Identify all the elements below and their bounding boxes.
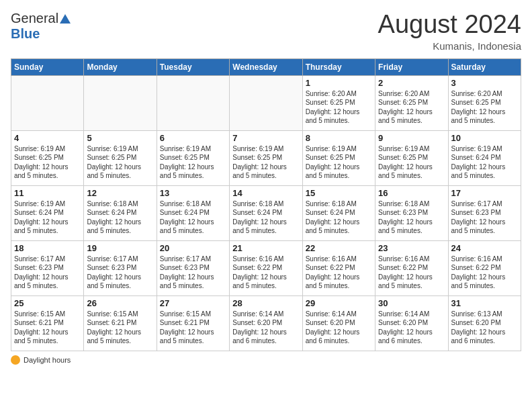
- day-number: 28: [232, 298, 299, 308]
- table-row: 7Sunrise: 6:19 AM Sunset: 6:25 PM Daylig…: [230, 130, 302, 185]
- table-row: 1Sunrise: 6:20 AM Sunset: 6:25 PM Daylig…: [302, 75, 375, 130]
- day-number: 12: [87, 188, 153, 198]
- header-friday: Friday: [375, 58, 448, 75]
- day-number: 30: [378, 298, 445, 308]
- table-row: 2Sunrise: 6:20 AM Sunset: 6:25 PM Daylig…: [375, 75, 448, 130]
- table-row: 26Sunrise: 6:15 AM Sunset: 6:21 PM Dayli…: [84, 295, 157, 351]
- day-number: 1: [306, 78, 372, 88]
- table-row: 4Sunrise: 6:19 AM Sunset: 6:25 PM Daylig…: [11, 130, 84, 185]
- day-number: 20: [160, 243, 226, 253]
- day-info: Sunrise: 6:16 AM Sunset: 6:22 PM Dayligh…: [378, 255, 445, 291]
- day-number: 2: [378, 78, 445, 88]
- day-info: Sunrise: 6:19 AM Sunset: 6:25 PM Dayligh…: [160, 144, 226, 181]
- table-row: 15Sunrise: 6:18 AM Sunset: 6:24 PM Dayli…: [302, 185, 375, 240]
- table-row: 18Sunrise: 6:17 AM Sunset: 6:23 PM Dayli…: [11, 240, 84, 295]
- footer-label: Daylight hours: [24, 356, 71, 364]
- day-info: Sunrise: 6:16 AM Sunset: 6:22 PM Dayligh…: [306, 255, 372, 291]
- day-info: Sunrise: 6:19 AM Sunset: 6:25 PM Dayligh…: [14, 144, 81, 181]
- table-row: 12Sunrise: 6:18 AM Sunset: 6:24 PM Dayli…: [84, 185, 157, 240]
- day-info: Sunrise: 6:19 AM Sunset: 6:25 PM Dayligh…: [306, 144, 372, 181]
- day-number: 5: [87, 133, 153, 143]
- day-number: 7: [232, 133, 299, 143]
- day-number: 19: [87, 243, 153, 253]
- title-block: August 2024 Kumanis, Indonesia: [378, 11, 521, 52]
- table-row: 28Sunrise: 6:14 AM Sunset: 6:20 PM Dayli…: [230, 295, 302, 351]
- calendar-week-row: 4Sunrise: 6:19 AM Sunset: 6:25 PM Daylig…: [11, 130, 521, 185]
- day-info: Sunrise: 6:19 AM Sunset: 6:25 PM Dayligh…: [232, 144, 299, 181]
- day-info: Sunrise: 6:18 AM Sunset: 6:24 PM Dayligh…: [232, 199, 299, 236]
- day-number: 16: [378, 188, 445, 198]
- day-info: Sunrise: 6:16 AM Sunset: 6:22 PM Dayligh…: [451, 255, 518, 291]
- table-row: 16Sunrise: 6:18 AM Sunset: 6:23 PM Dayli…: [375, 185, 448, 240]
- table-row: 3Sunrise: 6:20 AM Sunset: 6:25 PM Daylig…: [448, 75, 521, 130]
- header-tuesday: Tuesday: [157, 58, 229, 75]
- header-sunday: Sunday: [11, 58, 84, 75]
- table-row: 24Sunrise: 6:16 AM Sunset: 6:22 PM Dayli…: [448, 240, 521, 295]
- logo-triangle-icon: [60, 13, 71, 25]
- calendar: Sunday Monday Tuesday Wednesday Thursday…: [11, 58, 521, 351]
- table-row: 31Sunrise: 6:13 AM Sunset: 6:20 PM Dayli…: [448, 295, 521, 351]
- table-row: 29Sunrise: 6:14 AM Sunset: 6:20 PM Dayli…: [302, 295, 375, 351]
- table-row: [157, 75, 229, 130]
- header-thursday: Thursday: [302, 58, 375, 75]
- header-saturday: Saturday: [448, 58, 521, 75]
- table-row: 25Sunrise: 6:15 AM Sunset: 6:21 PM Dayli…: [11, 295, 84, 351]
- logo-blue-text: Blue: [11, 26, 40, 42]
- day-info: Sunrise: 6:17 AM Sunset: 6:23 PM Dayligh…: [87, 255, 153, 291]
- day-info: Sunrise: 6:14 AM Sunset: 6:20 PM Dayligh…: [232, 310, 299, 346]
- day-info: Sunrise: 6:18 AM Sunset: 6:23 PM Dayligh…: [378, 199, 445, 236]
- day-number: 4: [14, 133, 81, 143]
- day-info: Sunrise: 6:20 AM Sunset: 6:25 PM Dayligh…: [378, 89, 445, 126]
- day-info: Sunrise: 6:14 AM Sunset: 6:20 PM Dayligh…: [378, 310, 445, 346]
- table-row: [230, 75, 302, 130]
- table-row: 17Sunrise: 6:17 AM Sunset: 6:23 PM Dayli…: [448, 185, 521, 240]
- day-info: Sunrise: 6:18 AM Sunset: 6:24 PM Dayligh…: [160, 199, 226, 236]
- day-number: 26: [87, 298, 153, 308]
- day-info: Sunrise: 6:15 AM Sunset: 6:21 PM Dayligh…: [160, 310, 226, 346]
- day-info: Sunrise: 6:14 AM Sunset: 6:20 PM Dayligh…: [306, 310, 372, 346]
- day-number: 22: [306, 243, 372, 253]
- calendar-week-row: 11Sunrise: 6:19 AM Sunset: 6:24 PM Dayli…: [11, 185, 521, 240]
- day-info: Sunrise: 6:17 AM Sunset: 6:23 PM Dayligh…: [160, 255, 226, 291]
- day-number: 25: [14, 298, 81, 308]
- table-row: 14Sunrise: 6:18 AM Sunset: 6:24 PM Dayli…: [230, 185, 302, 240]
- day-info: Sunrise: 6:19 AM Sunset: 6:24 PM Dayligh…: [451, 144, 518, 181]
- table-row: 23Sunrise: 6:16 AM Sunset: 6:22 PM Dayli…: [375, 240, 448, 295]
- day-number: 11: [14, 188, 81, 198]
- table-row: 10Sunrise: 6:19 AM Sunset: 6:24 PM Dayli…: [448, 130, 521, 185]
- day-info: Sunrise: 6:17 AM Sunset: 6:23 PM Dayligh…: [14, 255, 81, 291]
- day-number: 27: [160, 298, 226, 308]
- day-number: 6: [160, 133, 226, 143]
- day-number: 13: [160, 188, 226, 198]
- header: GeneralBlue August 2024 Kumanis, Indones…: [11, 11, 521, 52]
- table-row: 27Sunrise: 6:15 AM Sunset: 6:21 PM Dayli…: [157, 295, 229, 351]
- table-row: 21Sunrise: 6:16 AM Sunset: 6:22 PM Dayli…: [230, 240, 302, 295]
- table-row: 5Sunrise: 6:19 AM Sunset: 6:25 PM Daylig…: [84, 130, 157, 185]
- table-row: [84, 75, 157, 130]
- day-info: Sunrise: 6:19 AM Sunset: 6:25 PM Dayligh…: [378, 144, 445, 181]
- day-number: 23: [378, 243, 445, 253]
- table-row: 8Sunrise: 6:19 AM Sunset: 6:25 PM Daylig…: [302, 130, 375, 185]
- day-info: Sunrise: 6:15 AM Sunset: 6:21 PM Dayligh…: [14, 310, 81, 346]
- day-number: 15: [306, 188, 372, 198]
- table-row: 19Sunrise: 6:17 AM Sunset: 6:23 PM Dayli…: [84, 240, 157, 295]
- day-number: 17: [451, 188, 518, 198]
- day-info: Sunrise: 6:17 AM Sunset: 6:23 PM Dayligh…: [451, 199, 518, 236]
- day-info: Sunrise: 6:18 AM Sunset: 6:24 PM Dayligh…: [306, 199, 372, 236]
- day-number: 18: [14, 243, 81, 253]
- day-number: 24: [451, 243, 518, 253]
- day-info: Sunrise: 6:16 AM Sunset: 6:22 PM Dayligh…: [232, 255, 299, 291]
- table-row: 6Sunrise: 6:19 AM Sunset: 6:25 PM Daylig…: [157, 130, 229, 185]
- day-info: Sunrise: 6:18 AM Sunset: 6:24 PM Dayligh…: [87, 199, 153, 236]
- day-info: Sunrise: 6:15 AM Sunset: 6:21 PM Dayligh…: [87, 310, 153, 346]
- month-year: August 2024: [378, 11, 521, 39]
- day-info: Sunrise: 6:19 AM Sunset: 6:24 PM Dayligh…: [14, 199, 81, 236]
- table-row: 30Sunrise: 6:14 AM Sunset: 6:20 PM Dayli…: [375, 295, 448, 351]
- day-number: 10: [451, 133, 518, 143]
- svg-marker-0: [60, 14, 71, 24]
- weekday-header-row: Sunday Monday Tuesday Wednesday Thursday…: [11, 58, 521, 75]
- logo: GeneralBlue: [11, 11, 71, 42]
- day-info: Sunrise: 6:13 AM Sunset: 6:20 PM Dayligh…: [451, 310, 518, 346]
- calendar-week-row: 25Sunrise: 6:15 AM Sunset: 6:21 PM Dayli…: [11, 295, 521, 351]
- footer: Daylight hours: [11, 355, 521, 365]
